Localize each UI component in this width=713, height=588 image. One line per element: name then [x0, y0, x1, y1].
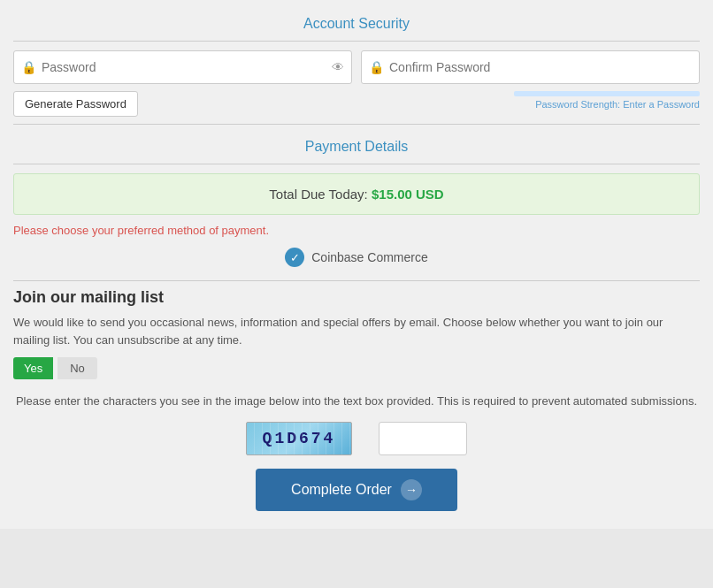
password-row: 🔒 👁 🔒 — [13, 50, 700, 84]
password-strength-container: Password Strength: Enter a Password — [514, 91, 700, 110]
payment-details-title: Payment Details — [13, 132, 700, 164]
password-field-wrapper: 🔒 👁 — [13, 50, 352, 84]
complete-order-row: Complete Order → — [13, 469, 700, 511]
section-divider-1 — [13, 124, 700, 125]
mailing-section: Join our mailing list We would like to s… — [13, 288, 700, 379]
coinbase-check-icon: ✓ — [285, 248, 304, 267]
coinbase-label: Coinbase Commerce — [311, 250, 428, 264]
mailing-title: Join our mailing list — [13, 288, 700, 307]
total-due-box: Total Due Today: $15.00 USD — [13, 173, 700, 215]
confirm-password-field-wrapper: 🔒 — [361, 50, 700, 84]
eye-icon-password[interactable]: 👁 — [332, 60, 344, 74]
lock-icon-confirm: 🔒 — [369, 60, 384, 74]
captcha-section: Please enter the characters you see in t… — [13, 393, 700, 455]
captcha-input[interactable] — [379, 422, 467, 455]
strength-bar — [514, 91, 700, 96]
confirm-password-input[interactable] — [389, 60, 692, 74]
complete-order-button[interactable]: Complete Order → — [256, 469, 457, 511]
arrow-icon: → — [401, 479, 422, 500]
captcha-desc: Please enter the characters you see in t… — [13, 393, 700, 411]
password-input[interactable] — [42, 60, 332, 74]
captcha-row: Q1D674 — [13, 422, 700, 455]
strength-text: Password Strength: Enter a Password — [514, 99, 700, 110]
payment-note: Please choose your preferred method of p… — [13, 224, 700, 237]
mailing-desc: We would like to send you occasional new… — [13, 314, 700, 348]
total-amount: $15.00 USD — [372, 187, 444, 202]
mailing-toggle-row: Yes No — [13, 357, 700, 379]
total-label: Total Due Today: — [269, 187, 367, 202]
page-wrapper: Account Security 🔒 👁 🔒 Generate Password… — [0, 0, 713, 529]
account-security-title: Account Security — [13, 9, 700, 42]
section-divider-2 — [13, 280, 700, 281]
payment-option-row[interactable]: ✓ Coinbase Commerce — [13, 248, 700, 267]
generate-password-button[interactable]: Generate Password — [13, 91, 138, 117]
lock-icon-password: 🔒 — [21, 60, 36, 74]
mailing-no-button[interactable]: No — [58, 357, 97, 379]
complete-order-label: Complete Order — [291, 482, 392, 498]
mailing-yes-button[interactable]: Yes — [13, 357, 53, 379]
captcha-image: Q1D674 — [246, 422, 352, 455]
